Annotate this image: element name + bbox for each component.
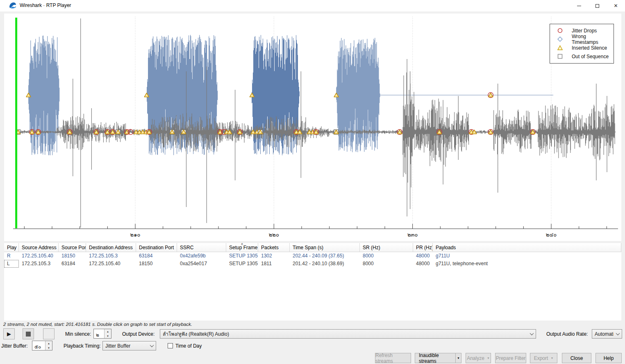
svg-text:๒๒๐: ๒๒๐ [269,232,279,238]
table-cell: R [4,252,19,260]
dropdown-arrow-icon[interactable]: ▼ [550,357,553,359]
window-titlebar: Wireshark · RTP Player ✕ [0,0,625,11]
table-cell: 202.44 - 240.09 (37.65) [290,252,360,260]
table-header-cell[interactable]: Play [4,243,19,252]
streams-table[interactable]: PlaySource AddressSource PortDestination… [4,243,621,321]
waveform-chart[interactable]: ๒๑๐๒๒๐๒๓๐๒๔๐ [4,14,621,241]
window-title: Wireshark · RTP Player [20,2,71,8]
analyze-button[interactable]: Analyze▼ [466,353,491,363]
time-of-day-checkbox[interactable] [168,343,173,348]
table-cell: 18150 [59,252,86,260]
table-cell: 0x42afe59b [177,252,226,260]
sort-ascending-icon: ∧ [241,243,243,246]
table-header-cell[interactable]: Payloads [433,243,621,252]
table-cell: 172.25.105.40 [19,252,59,260]
inaudible-streams-button[interactable]: Inaudible streams▼ [415,353,461,363]
maximize-button[interactable] [588,0,607,11]
table-cell: 0xa254e017 [177,260,226,268]
table-cell: SETUP 1305 [226,252,258,260]
table-cell: 48000 [413,260,433,268]
table-cell: 18150 [136,260,177,268]
jitter-buffer-spin-arrows[interactable]: ▲▼ [45,341,52,350]
help-button[interactable]: Help [595,353,622,363]
dropdown-arrow-icon[interactable]: ▼ [487,357,490,359]
svg-text:๒๑๐: ๒๑๐ [130,232,141,238]
prepare-filter-button[interactable]: Prepare Filter [495,353,526,363]
output-device-label: Output Device: [122,331,155,337]
legend-item: Wrong Timestamps [550,35,614,43]
jitter-buffer-label: Jitter Buffer: [1,343,27,349]
table-cell: 48000 [413,252,433,260]
close-button[interactable]: Close [562,353,591,363]
min-silence-spinbox[interactable]: ๒ ▲▼ [93,329,111,339]
output-device-select[interactable]: ลำโพง/หูฟัง (Realtek(R) Audio) [160,329,536,339]
jitter-buffer-spinbox[interactable]: ๕๐ ▲▼ [32,341,52,350]
table-header-cell[interactable]: PR (Hz) [413,243,433,252]
play-icon: ▶ [7,331,11,337]
min-silence-value[interactable]: ๒ [94,329,104,338]
table-header-cell[interactable]: Packets [258,243,290,252]
chevron-down-icon [148,344,156,347]
pause-button[interactable] [43,328,55,339]
table-header-cell[interactable]: Source Port [59,243,86,252]
legend-label: Jitter Drops [572,28,597,34]
spin-down-icon: ▼ [105,334,111,338]
minimize-button[interactable] [570,0,588,11]
play-button[interactable]: ▶ [3,328,15,339]
table-row[interactable]: R172.25.105.4018150172.25.105.3631840x42… [4,252,621,260]
jitter-buffer-value[interactable]: ๕๐ [32,341,45,350]
table-header-row[interactable]: PlaySource AddressSource PortDestination… [4,243,621,252]
legend: Jitter DropsWrong TimestampsInserted Sil… [550,24,614,64]
table-cell: 1811 [258,260,290,268]
table-cell: 8000 [360,252,413,260]
table-header-cell[interactable]: Destination Port [136,243,177,252]
export-button[interactable]: Export▼ [530,353,557,363]
table-header-cell[interactable]: ∧Setup Frame [226,243,258,252]
chevron-down-icon [527,332,536,335]
refresh-streams-button[interactable]: Refresh streams [375,353,411,363]
dropdown-arrow-icon[interactable]: ▼ [455,353,461,363]
table-cell: 201.42 - 240.10 (38.69) [290,260,360,268]
legend-label: Out of Sequence [572,54,609,59]
output-audio-rate-select[interactable]: Automatic [592,329,622,339]
waveform-panel[interactable]: ๒๑๐๒๒๐๒๓๐๒๔๐ Jitter DropsWrong Timestamp… [4,14,621,241]
chevron-down-icon [614,332,622,335]
table-header-cell[interactable]: Source Address [19,243,59,252]
table-cell: SETUP 1305 [226,260,258,268]
min-silence-label: Min silence: [65,331,91,337]
output-audio-rate-label: Output Audio Rate: [546,331,588,337]
table-header-cell[interactable]: Destination Address [86,243,136,252]
table-cell: 172.25.105.3 [19,260,59,268]
stop-icon [26,332,31,337]
output-audio-rate-value: Automatic [592,331,614,337]
table-cell: 1302 [258,252,290,260]
wireshark-icon [9,2,16,9]
table-header-cell[interactable]: Time Span (s) [290,243,360,252]
spin-up-icon: ▲ [45,341,52,346]
table-cell: 8000 [360,260,413,268]
playhead [15,18,17,228]
playback-timing-value: Jitter Buffer [103,343,148,349]
playback-timing-select[interactable]: Jitter Buffer [102,341,156,350]
table-cell: 63184 [136,252,177,260]
playback-timing-label: Playback Timing: [64,343,101,349]
svg-text:๒๔๐: ๒๔๐ [546,232,557,238]
status-text: 2 streams, 2 not muted, start: 201.41618… [3,322,192,327]
table-cell: L [4,260,19,268]
table-header-cell[interactable]: SSRC [177,243,226,252]
table-row[interactable]: L172.25.105.363184172.25.105.40181500xa2… [4,260,621,268]
time-of-day-label: Time of Day [175,343,202,349]
table-cell: g711U, telephone-event [433,260,621,268]
min-silence-spin-arrows[interactable]: ▲▼ [104,329,111,338]
spin-down-icon: ▼ [45,346,52,350]
close-window-button[interactable]: ✕ [607,0,625,11]
table-cell: 63184 [59,260,86,268]
output-device-value: ลำโพง/หูฟัง (Realtek(R) Audio) [160,330,527,338]
legend-label: Wrong Timestamps [572,34,614,45]
spin-up-icon: ▲ [105,329,111,334]
table-cell: g711U [433,252,621,260]
table-header-cell[interactable]: SR (Hz) [360,243,413,252]
svg-text:๒๓๐: ๒๓๐ [407,232,418,238]
legend-item: Inserted Silence [550,43,614,52]
stop-button[interactable] [23,328,34,339]
